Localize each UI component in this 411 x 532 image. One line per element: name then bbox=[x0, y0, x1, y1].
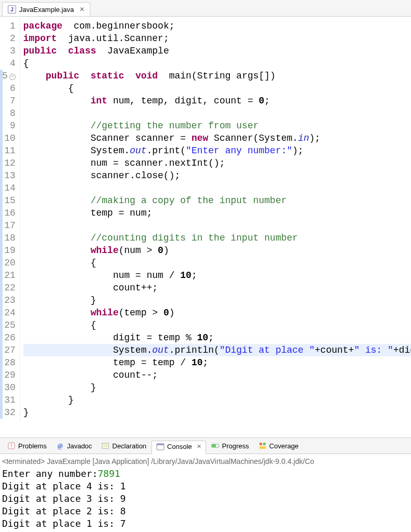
code-line[interactable]: digit = temp % 10; bbox=[23, 331, 411, 344]
code-line[interactable]: { bbox=[23, 57, 411, 70]
code-line[interactable]: while(temp > 0) bbox=[23, 307, 411, 319]
line-number[interactable]: 21 bbox=[2, 269, 16, 282]
editor-tab-bar: J JavaExample.java ✕ bbox=[0, 0, 411, 17]
line-number[interactable]: 19 bbox=[2, 244, 16, 257]
tab-progress[interactable]: Progress bbox=[207, 440, 253, 451]
line-number[interactable]: 8 bbox=[2, 107, 16, 119]
code-line[interactable]: { bbox=[23, 82, 411, 95]
coverage-icon bbox=[258, 442, 267, 450]
declaration-icon bbox=[101, 442, 109, 450]
tab-label: Problems bbox=[18, 442, 47, 450]
console-panel: <terminated> JavaExample [Java Applicati… bbox=[0, 454, 411, 532]
bottom-view-tabs: ! Problems @ Javadoc Declaration Console… bbox=[0, 437, 411, 454]
tab-label: Declaration bbox=[112, 442, 146, 450]
line-number[interactable]: 14 bbox=[2, 182, 16, 194]
line-number[interactable]: 12 bbox=[2, 157, 16, 169]
line-number[interactable]: 16 bbox=[2, 207, 16, 219]
line-number[interactable]: 20 bbox=[2, 257, 16, 269]
svg-rect-10 bbox=[263, 443, 266, 445]
line-number[interactable]: 24 bbox=[2, 307, 16, 319]
code-line[interactable]: scanner.close(); bbox=[23, 169, 411, 182]
code-line[interactable]: //making a copy of the input number bbox=[23, 194, 411, 207]
code-line[interactable]: public class JavaExample bbox=[23, 45, 411, 57]
line-number[interactable]: 10 bbox=[2, 132, 16, 144]
svg-text:!: ! bbox=[11, 443, 12, 449]
fold-icon[interactable]: − bbox=[9, 74, 16, 80]
line-number[interactable]: 18 bbox=[2, 232, 16, 244]
code-line[interactable]: int num, temp, digit, count = 0; bbox=[23, 95, 411, 107]
line-number[interactable]: 26 bbox=[2, 331, 16, 344]
line-number[interactable]: 28 bbox=[2, 356, 16, 369]
line-number[interactable]: 7 bbox=[2, 95, 16, 107]
tab-label: Javadoc bbox=[67, 442, 92, 450]
code-line[interactable]: num = num / 10; bbox=[23, 269, 411, 282]
line-number[interactable]: 27 bbox=[2, 344, 16, 356]
tab-problems[interactable]: ! Problems bbox=[3, 440, 51, 451]
line-number[interactable]: 17 bbox=[2, 219, 16, 232]
code-line[interactable]: } bbox=[23, 394, 411, 406]
code-line[interactable]: { bbox=[23, 257, 411, 269]
code-line[interactable] bbox=[23, 182, 411, 194]
code-line[interactable] bbox=[23, 219, 411, 232]
line-number[interactable]: 15 bbox=[2, 194, 16, 207]
file-tab-label: JavaExample.java bbox=[19, 6, 74, 14]
code-line[interactable]: System.out.println("Digit at place "+cou… bbox=[23, 344, 411, 356]
line-number[interactable]: 2 bbox=[2, 32, 16, 45]
line-number[interactable]: 11 bbox=[2, 144, 16, 157]
line-number[interactable]: 22 bbox=[2, 282, 16, 294]
line-number[interactable]: 9 bbox=[2, 119, 16, 132]
warning-icon: ! bbox=[7, 442, 16, 450]
java-file-icon: J bbox=[8, 5, 16, 14]
code-line[interactable]: Scanner scanner = new Scanner(System.in)… bbox=[23, 132, 411, 144]
console-output[interactable]: Enter any number:7891 Digit at place 4 i… bbox=[2, 468, 409, 530]
line-number[interactable]: 5− bbox=[2, 70, 16, 82]
svg-rect-6 bbox=[157, 444, 164, 445]
change-marker bbox=[0, 70, 3, 419]
console-icon bbox=[156, 443, 165, 451]
code-line[interactable]: } bbox=[23, 294, 411, 307]
code-line[interactable]: { bbox=[23, 319, 411, 331]
code-line[interactable]: while(num > 0) bbox=[23, 244, 411, 257]
line-number[interactable]: 6 bbox=[2, 82, 16, 95]
close-icon[interactable]: ✕ bbox=[197, 443, 201, 450]
code-line[interactable]: } bbox=[23, 406, 411, 419]
line-number[interactable]: 29 bbox=[2, 369, 16, 381]
code-line[interactable]: count++; bbox=[23, 282, 411, 294]
code-line[interactable]: count--; bbox=[23, 369, 411, 381]
close-icon[interactable]: ✕ bbox=[79, 6, 85, 13]
code-line[interactable]: //getting the number from user bbox=[23, 119, 411, 132]
svg-rect-2 bbox=[102, 443, 108, 448]
line-number[interactable]: 30 bbox=[2, 381, 16, 394]
code-line[interactable]: import java.util.Scanner; bbox=[23, 32, 411, 45]
console-status: <terminated> JavaExample [Java Applicati… bbox=[2, 457, 409, 466]
tab-declaration[interactable]: Declaration bbox=[97, 440, 150, 451]
svg-rect-8 bbox=[212, 444, 216, 447]
line-number[interactable]: 31 bbox=[2, 394, 16, 406]
line-number[interactable]: 23 bbox=[2, 294, 16, 307]
tab-console[interactable]: Console ✕ bbox=[152, 441, 206, 454]
line-number[interactable]: 1 bbox=[2, 20, 16, 32]
code-line[interactable]: num = scanner.nextInt(); bbox=[23, 157, 411, 169]
line-number[interactable]: 3 bbox=[2, 45, 16, 57]
line-number-gutter[interactable]: 12345−6789101112131415161718192021222324… bbox=[0, 17, 20, 422]
code-line[interactable]: System.out.print("Enter any number:"); bbox=[23, 144, 411, 157]
line-number[interactable]: 25 bbox=[2, 319, 16, 331]
tab-coverage[interactable]: Coverage bbox=[254, 440, 303, 451]
code-line[interactable]: public static void main(String args[]) bbox=[23, 70, 411, 82]
at-sign-icon: @ bbox=[56, 442, 64, 450]
tab-label: Console bbox=[167, 443, 192, 450]
code-line[interactable]: temp = num; bbox=[23, 207, 411, 219]
line-number[interactable]: 13 bbox=[2, 169, 16, 182]
file-tab[interactable]: J JavaExample.java ✕ bbox=[2, 2, 90, 16]
code-line[interactable]: package com.beginnersbook; bbox=[23, 20, 411, 32]
progress-icon bbox=[211, 442, 220, 450]
svg-rect-9 bbox=[259, 443, 262, 445]
tab-javadoc[interactable]: @ Javadoc bbox=[52, 440, 96, 451]
code-area[interactable]: package com.beginnersbook;import java.ut… bbox=[20, 17, 411, 422]
line-number[interactable]: 32 bbox=[2, 406, 16, 419]
code-line[interactable]: //counting digits in the input number bbox=[23, 232, 411, 244]
code-line[interactable]: } bbox=[23, 381, 411, 394]
code-line[interactable]: temp = temp / 10; bbox=[23, 356, 411, 369]
line-number[interactable]: 4 bbox=[2, 57, 16, 70]
code-line[interactable] bbox=[23, 107, 411, 119]
